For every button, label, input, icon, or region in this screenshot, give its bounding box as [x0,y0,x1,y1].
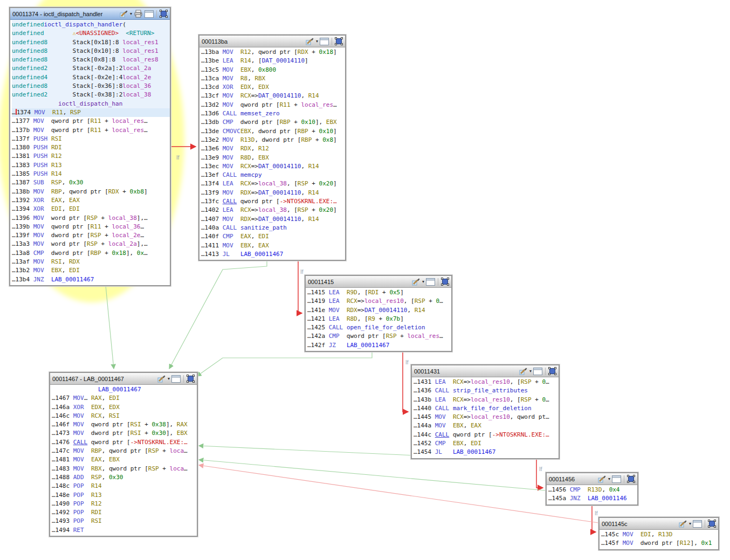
instruction-row[interactable]: …1494 RET [52,526,197,535]
maximize-block-icon[interactable] [612,475,621,483]
maximize-block-icon[interactable] [144,10,154,18]
instruction-row[interactable]: …140a CALL sanitize_path [201,224,345,232]
dropdown-caret-icon[interactable]: ▾ [608,477,610,481]
block-header[interactable]: 00011456▾ [547,473,637,485]
instruction-row[interactable]: …1402 LEA RCX=>local_38, [RSP + 0x20] [201,206,345,215]
instruction-row[interactable]: …13e2 MOV R13D, dword ptr [RBP + 0x8] [201,136,345,144]
format-paintbrush-icon[interactable] [306,37,314,45]
instruction-row[interactable]: …13a3 MOV word ptr [RSP + local_2a],… [12,240,170,248]
instruction-row[interactable]: …1381 PUSH R12 [12,152,170,161]
flow-edge-fallthrough[interactable] [298,260,302,313]
instruction-row[interactable]: …148c POP R14 [52,482,197,490]
graph-block-b1415[interactable]: 00011415▾…1415 LEA R9D, [RDI + 0x5]…1419… [305,275,452,352]
instruction-row[interactable]: …1377 MOV qword ptr [R11 + local_res… [12,117,170,126]
block-header[interactable]: 00011415▾ [306,276,451,288]
instruction-row[interactable]: …13b4 JNZ LAB_00011467 [12,275,170,284]
instruction-row[interactable]: …13af MOV RSI, RDX [12,258,170,266]
instruction-row[interactable]: …1392 XOR EAX, EAX [12,196,170,205]
instruction-row[interactable]: …147c MOV RBP, qword ptr [RSP + loca… [52,447,197,455]
instruction-row[interactable]: …1383 PUSH R13 [12,161,170,170]
instruction-row[interactable]: …138b MOV RBP, qword ptr [RDX + 0xb8] [12,188,170,196]
instruction-row[interactable]: …13c5 MOV EBX, 0x800 [201,66,345,74]
instruction-row[interactable]: …1396 MOV word ptr [RSP + local_38],… [12,214,170,223]
dropdown-caret-icon[interactable]: ▾ [422,280,424,284]
instruction-row[interactable]: …1419 LEA RCX=>local_res10, [RSP + 0… [307,297,451,306]
group-selection-icon[interactable] [627,475,635,483]
instruction-row[interactable]: undefined4 Stack[-0x2e]:4local_2e [12,73,170,82]
flow-edge-jump[interactable] [169,260,267,369]
maximize-block-icon[interactable] [320,38,329,45]
block-header[interactable]: 0001145c▾ [600,518,718,530]
group-selection-icon[interactable] [160,10,168,18]
instruction-row[interactable]: …13f9 MOV RDX=>DAT_00014110, R14 [201,189,345,197]
instruction-row[interactable]: ioctl_dispatch_han [12,100,170,108]
instruction-row[interactable]: …1425 CALL open_file_for_deletion [307,323,451,332]
instruction-row[interactable]: …1476 CALL qword ptr [->NTOSKRNL.EXE:… [52,438,197,447]
format-paintbrush-icon[interactable] [598,475,607,483]
instruction-row[interactable]: undefined8 Stack[-0x36]:8local_36 [12,82,170,91]
instruction-row[interactable]: …1380 PUSH RDI [12,143,170,152]
graph-block-b1374[interactable]: 00011374 - ioctl_dispatch_handler▾undefi… [9,7,171,286]
block-header[interactable]: 000113ba▾ [199,36,345,47]
instruction-row[interactable]: undefined ⚠<UNASSIGNED> <RETURN> [12,29,170,38]
instruction-row[interactable]: …13cf MOV RCX=>DAT_00014110, R14 [201,92,345,100]
instruction-row[interactable]: …1488 ADD RSP, 0x30 [52,473,197,482]
instruction-row[interactable]: …13e9 MOV R8D, EBX [201,154,345,162]
instruction-row[interactable]: undefined8 Stack[0x8]:8 local_res8 [12,56,170,64]
instruction-row[interactable]: …13ec MOV RCX=>DAT_00014110, R14 [201,162,345,171]
instruction-row[interactable]: …1385 PUSH R14 [12,170,170,178]
format-paintbrush-icon[interactable] [157,375,166,383]
flow-edge-jump[interactable] [106,286,114,369]
group-selection-icon[interactable] [187,375,195,383]
instruction-row[interactable]: …13ba MOV R12, qword ptr [RDX + 0x18] [201,48,345,57]
instruction-row[interactable]: …1421 LEA R8D, [R9 + 0x7b] [307,315,451,323]
format-paintbrush-icon[interactable] [519,367,528,375]
instruction-row[interactable]: …1407 MOV RDX=>DAT_00014110, R14 [201,215,345,224]
instruction-row[interactable]: …13db CMP dword ptr [RBP + 0x10], EBX [201,118,345,127]
dropdown-caret-icon[interactable]: ▾ [168,377,170,381]
instruction-row[interactable]: …1454 JL LAB_00011467 [414,448,559,457]
instruction-row[interactable]: …145f MOV dword ptr [R12], 0x1 [601,539,718,548]
flow-edge-fallthrough[interactable] [403,349,408,412]
group-selection-icon[interactable] [335,37,343,45]
instruction-row[interactable]: …1436 CALL strip_file_attributes [414,386,559,395]
instruction-row[interactable]: …1483 MOV RBX, qword ptr [RSP + loca… [52,465,197,473]
flow-edge-fallthrough[interactable] [592,502,596,532]
maximize-block-icon[interactable] [693,520,702,528]
instruction-row[interactable]: …142a CMP qword ptr [RSP + local_res… [307,332,451,341]
graph-block-b1467[interactable]: 00011467 - LAB_00011467▾ LAB_00011467…14… [49,372,198,537]
group-selection-icon[interactable] [548,367,556,375]
graph-block-b145c[interactable]: 0001145c▾…145c MOV EDI, R13D…145f MOV dw… [598,517,719,550]
dropdown-caret-icon[interactable]: ▾ [130,12,132,16]
instruction-row[interactable]: …13f4 LEA RCX=>local_38, [RSP + 0x20] [201,179,345,188]
block-header[interactable]: 00011431▾ [412,365,559,377]
instruction-row[interactable]: …1411 MOV EBX, EAX [201,241,345,250]
instruction-row[interactable]: …1456 CMP R13D, 0x4 [548,486,637,494]
instruction-row[interactable]: …1445 MOV RCX=>local_res10, qword pt… [414,413,559,421]
instruction-row[interactable]: undefined2 Stack[-0x38]:2local_38 [12,91,170,99]
instruction-row[interactable]: LAB_00011467 [52,385,197,394]
instruction-row[interactable]: …1413 JL LAB_00011467 [201,250,345,259]
format-paintbrush-icon[interactable] [120,10,128,18]
instruction-row[interactable]: …148e POP R13 [52,491,197,500]
instruction-row[interactable]: …146c MOV RCX, RSI [52,412,197,420]
instruction-row[interactable]: …1440 CALL mark_file_for_deletion [414,404,559,413]
instruction-row[interactable]: …145a JNZ LAB_0001146 [548,494,637,503]
instruction-row[interactable]: …145c MOV EDI, R13D [601,530,718,539]
maximize-block-icon[interactable] [171,375,181,383]
instruction-row[interactable]: …13a8 CMP dword ptr [RBP + 0x18], 0x… [12,249,170,258]
group-selection-icon[interactable] [708,520,716,528]
instruction-row[interactable]: …144c CALL qword ptr [->NTOSKRNL.EXE:… [414,431,559,439]
instruction-row[interactable]: …13e6 MOV RDX, R12 [201,144,345,153]
instruction-row[interactable]: undefined8 Stack[0x10]:8 local_res1 [12,47,170,56]
instruction-row[interactable]: undefined2 Stack[-0x2a]:2local_2a [12,64,170,73]
block-header[interactable]: 00011374 - ioctl_dispatch_handler▾ [10,8,170,20]
dropdown-caret-icon[interactable]: ▾ [689,522,691,526]
graph-block-b13ba[interactable]: 000113ba▾…13ba MOV R12, qword ptr [RDX +… [198,34,346,261]
flow-edge-jump[interactable] [199,446,415,455]
flow-edge-jump[interactable] [197,349,372,376]
dropdown-caret-icon[interactable]: ▾ [316,39,318,44]
instruction-row[interactable]: …13de CMOVCEBX, dword ptr [RBP + 0x10] [201,127,345,136]
maximize-block-icon[interactable] [533,368,542,375]
instruction-row[interactable]: …146a XOR EDX, EDX [52,403,197,412]
